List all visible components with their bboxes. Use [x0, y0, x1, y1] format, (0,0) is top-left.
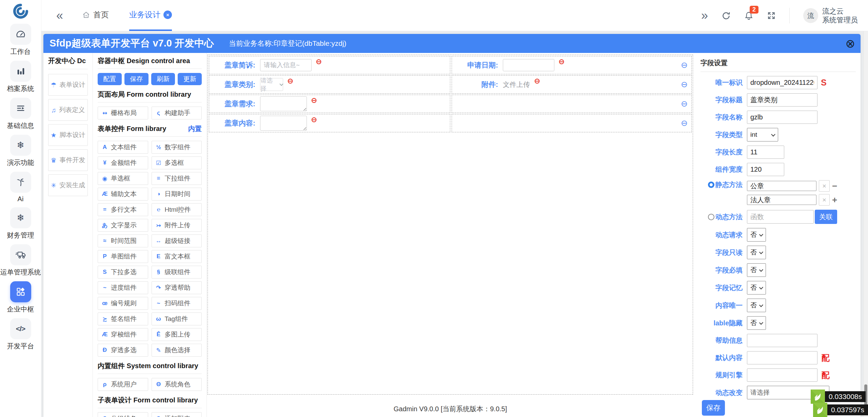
window-close-icon[interactable]: ⊗	[846, 38, 855, 49]
remove-option-icon[interactable]: −	[832, 182, 837, 190]
refresh-button[interactable]: 刷新	[151, 73, 175, 85]
save-button[interactable]: 保存	[124, 73, 149, 85]
library-item[interactable]: ~进度组件	[98, 281, 148, 294]
canvas-drop-area[interactable]: 盖章简诉: ⊖ 申请日期: ⊖ ⊖ 盖章类别: 请选择 ⊖	[208, 55, 693, 395]
clear-option-icon[interactable]: ×	[819, 180, 830, 192]
field-title-input[interactable]	[747, 93, 817, 107]
sidebar-item-dev-platform[interactable]: </> 开发平台	[7, 318, 34, 351]
dev-item-install-generate[interactable]: ✳安装生成	[48, 174, 88, 196]
app-logo[interactable]	[13, 3, 28, 19]
expand-icon[interactable]: »	[701, 10, 708, 22]
user-menu[interactable]: 流 流之云 系统管理员	[803, 7, 858, 25]
tab-close-icon[interactable]: ×	[163, 11, 172, 19]
field-fujian[interactable]: 附件: 文件上传 ⊖	[452, 75, 692, 94]
component-width-input[interactable]	[747, 163, 784, 176]
sidebar-item-enterprise-hub[interactable]: 企业中枢	[7, 281, 34, 314]
field-shenqing-riqi[interactable]: 申请日期: ⊖	[452, 56, 692, 74]
sidebar-item-workbench[interactable]: 工作台	[10, 24, 31, 56]
static-method-radio[interactable]	[708, 182, 714, 188]
field-name-input[interactable]	[747, 111, 817, 124]
textarea-control[interactable]	[260, 116, 307, 131]
resize-handle-icon[interactable]	[302, 107, 306, 111]
library-item[interactable]: ↣附件上传	[152, 219, 202, 232]
associate-button[interactable]: 关联	[815, 210, 837, 224]
library-item[interactable]: ~扫码组件	[152, 297, 202, 310]
library-item[interactable]: ≿签名组件	[98, 312, 148, 325]
library-item[interactable]: ≡下拉组件	[152, 172, 202, 185]
sidebar-item-base-info[interactable]: 基础信息	[7, 98, 34, 130]
remove-field-icon[interactable]: ⊖	[534, 77, 540, 85]
required-select[interactable]: 否	[747, 263, 766, 277]
empty-cell[interactable]	[452, 95, 692, 113]
update-button[interactable]: 更新	[178, 73, 202, 85]
library-item-build-assistant[interactable]: ς构建助手	[152, 107, 202, 119]
unique-id-input[interactable]	[747, 76, 817, 89]
remove-field-icon[interactable]: ⊖	[558, 58, 565, 65]
library-item[interactable]: Đ穿透多选	[98, 344, 148, 357]
label-hide-select[interactable]: 否	[747, 316, 766, 330]
remove-field-icon[interactable]: ⊖	[287, 77, 293, 85]
field-type-select[interactable]: int	[747, 128, 778, 141]
field-gaizhang-leibie[interactable]: 盖章类别: 请选择 ⊖	[209, 75, 450, 94]
add-option-icon[interactable]: +	[832, 195, 837, 204]
unique-content-select[interactable]: 否	[747, 299, 766, 312]
memory-select[interactable]: 否	[747, 281, 766, 295]
library-item[interactable]: Æ辅助文本	[98, 188, 148, 201]
remove-field-icon[interactable]: ⊖	[311, 116, 317, 124]
library-item[interactable]: ½数字组件	[152, 141, 202, 154]
sidebar-item-archive[interactable]: 档案系统	[7, 61, 34, 93]
library-item-system-role[interactable]: Θ系统角色	[152, 378, 202, 391]
library-item-group-line[interactable]: §分组线条	[98, 412, 148, 417]
tab-home[interactable]: 首页	[82, 0, 109, 31]
remove-row-icon[interactable]: ⊖	[681, 119, 688, 127]
resize-handle-icon[interactable]	[302, 126, 306, 130]
notifications-bell-icon[interactable]: 2	[744, 11, 753, 20]
dropdown-select[interactable]: 请选择	[260, 78, 283, 91]
dev-item-script-design[interactable]: ★脚本设计	[48, 124, 88, 146]
library-item-grid-layout[interactable]: ↭栅格布局	[98, 107, 148, 119]
sidebar-item-demo[interactable]: ❄ 演示功能	[7, 135, 34, 167]
library-item[interactable]: ◑日期时间	[152, 188, 202, 201]
sidebar-item-finance[interactable]: ❄ 财务管理	[7, 207, 34, 240]
date-input[interactable]	[503, 59, 554, 71]
dynamic-method-radio[interactable]	[708, 214, 714, 220]
library-item[interactable]: =多行文本	[98, 203, 148, 216]
configure-link[interactable]: 配	[822, 370, 830, 381]
rule-engine-input[interactable]	[747, 368, 817, 382]
help-info-input[interactable]	[747, 334, 817, 347]
dev-item-form-design[interactable]: ☂表单设计	[48, 74, 88, 96]
library-item[interactable]: E富文本框	[152, 250, 202, 263]
library-item[interactable]: A文本组件	[98, 141, 148, 154]
field-gaizhang-xuqiu[interactable]: 盖章需求: ⊖	[209, 95, 450, 113]
field-gaizhang-jiansu[interactable]: 盖章简诉: ⊖	[209, 56, 450, 74]
remove-field-icon[interactable]: ⊖	[316, 58, 322, 65]
static-option-input[interactable]	[747, 195, 816, 205]
dev-item-list-define[interactable]: ♫列表定义	[48, 99, 88, 121]
library-item[interactable]: Ê多图上传	[152, 328, 202, 341]
fullscreen-icon[interactable]	[767, 11, 776, 20]
library-item[interactable]: ✎颜色选择	[152, 344, 202, 357]
library-item-system-user[interactable]: ρ系统用户	[98, 378, 148, 391]
readonly-select[interactable]: 否	[747, 246, 766, 259]
remove-row-icon[interactable]: ⊖	[681, 61, 688, 69]
tab-business-design[interactable]: 业务设计 ×	[129, 0, 172, 31]
library-item[interactable]: P单图组件	[98, 250, 148, 263]
field-length-input[interactable]	[747, 146, 784, 159]
library-item[interactable]: Æ穿梭组件	[98, 328, 148, 341]
library-item[interactable]: ℮Html控件	[152, 203, 202, 216]
library-item[interactable]: あ文字显示	[98, 219, 148, 232]
library-item[interactable]: ↷穿透帮助	[152, 281, 202, 294]
field-gaizhang-neirong[interactable]: 盖章内容: ⊖	[209, 114, 450, 132]
configure-link[interactable]: 配	[822, 353, 830, 363]
remove-row-icon[interactable]: ⊖	[681, 80, 688, 89]
library-item[interactable]: ◉单选框	[98, 172, 148, 185]
library-item[interactable]: ≈时间范围	[98, 234, 148, 247]
library-item-add-subtable[interactable]: §添加附表	[152, 412, 202, 417]
function-input[interactable]	[747, 210, 814, 224]
dev-item-event-dev[interactable]: ♛事件开发	[48, 149, 88, 171]
builtin-link[interactable]: 内置	[188, 124, 202, 133]
library-item[interactable]: ↔超级链接	[152, 234, 202, 247]
sidebar-item-ai[interactable]: Ai	[10, 172, 31, 203]
collapse-sidebar-icon[interactable]: «	[56, 10, 63, 22]
remove-field-icon[interactable]: ⊖	[311, 97, 317, 104]
